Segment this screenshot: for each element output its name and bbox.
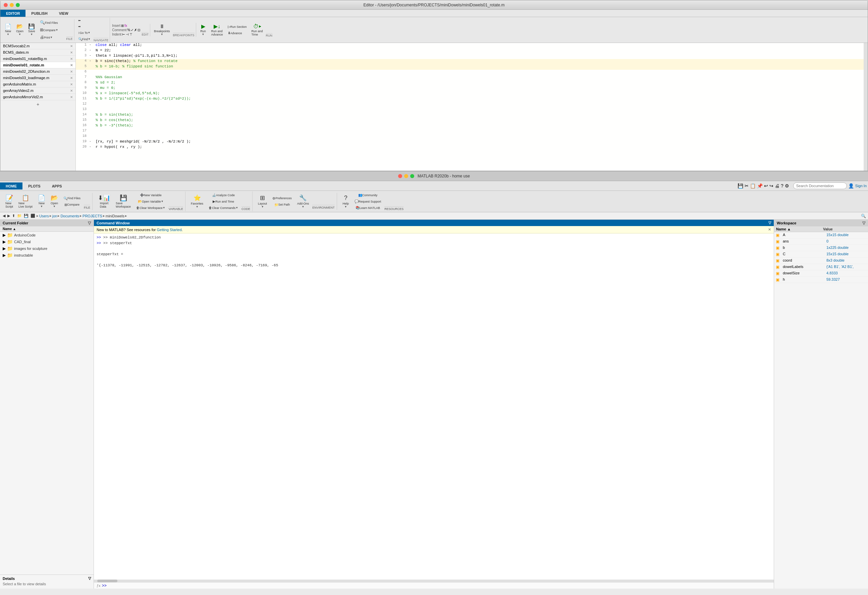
- file-tab-loadimage[interactable]: miniDowels03_loadImage.m ✕: [0, 75, 75, 81]
- matlab-tab-home[interactable]: HOME: [0, 182, 22, 189]
- file-tab-close-6[interactable]: ✕: [70, 83, 73, 86]
- open-variable-button[interactable]: 📂 Open Variable ▼: [134, 199, 167, 204]
- file-tab-rotate[interactable]: miniDowels01_rotate.m ✕: [0, 62, 75, 68]
- folder-nav-button[interactable]: 📁: [16, 214, 22, 218]
- command-window-scrollbar[interactable]: [94, 580, 774, 582]
- new-variable-button[interactable]: ➕ New Variable: [134, 192, 167, 198]
- run-advance-button[interactable]: ▶↓ Run andAdvance: [210, 23, 225, 37]
- file-tab-close-5[interactable]: ✕: [70, 76, 73, 80]
- ws-var-dowelLabels[interactable]: ▣ dowelLabels {'A1 B1', 'A2 B1',: [774, 264, 868, 270]
- file-tab-2d[interactable]: miniDowels02_2Dfunction.m ✕: [0, 68, 75, 75]
- file-tab-rotate-big[interactable]: miniDowels01_rotateBig.m ✕: [0, 56, 75, 62]
- breakpoints-button[interactable]: ⏸ Breakpoints ▼: [152, 23, 172, 37]
- tab-publish[interactable]: PUBLISH: [25, 10, 53, 17]
- learn-matlab-button[interactable]: 📚 Learn MATLAB: [353, 205, 383, 211]
- breadcrumb-search-icon[interactable]: 🔍: [861, 214, 866, 219]
- file-tab-genvideo[interactable]: genArrayVideo2.m ✕: [0, 87, 75, 94]
- clear-workspace-button[interactable]: 🗑 Clear Workspace ▼: [134, 205, 167, 211]
- matlab-tab-apps[interactable]: APPS: [46, 182, 68, 189]
- editor-scrollbar[interactable]: [864, 43, 868, 171]
- analyze-code-button[interactable]: 🔬 Analyze Code: [207, 192, 240, 198]
- save-nav-button[interactable]: 💾: [23, 214, 29, 218]
- community-button[interactable]: 👥 Community: [353, 192, 383, 198]
- quick-paste-icon[interactable]: 📌: [757, 183, 763, 189]
- tab-editor[interactable]: EDITOR: [0, 10, 25, 17]
- save-workspace-button[interactable]: 💾 SaveWorkspace: [114, 192, 133, 211]
- breadcrumb-users[interactable]: Users: [39, 214, 49, 218]
- quick-redo-icon[interactable]: ↪: [769, 183, 774, 189]
- notice-close-button[interactable]: ✕: [768, 227, 771, 232]
- quick-undo-icon[interactable]: ↩: [764, 183, 768, 189]
- folder-item-cad[interactable]: ▶ 📁 CAD_final: [0, 238, 94, 245]
- file-tab-bcmsvocab[interactable]: BCMSvocab2.m ✕: [0, 43, 75, 49]
- file-tab-close-0[interactable]: ✕: [70, 44, 73, 48]
- file-tab-close-1[interactable]: ✕: [70, 51, 73, 54]
- matlab-tab-plots[interactable]: PLOTS: [22, 182, 46, 189]
- quick-cut-icon[interactable]: ✂: [745, 183, 748, 189]
- up-nav-button[interactable]: ⬆: [12, 214, 16, 218]
- tab-view[interactable]: VIEW: [53, 10, 74, 17]
- matlab-new-button[interactable]: 📄 New ▼: [36, 193, 47, 209]
- add-ons-button[interactable]: 🔧 Add-Ons ▼: [295, 193, 311, 209]
- breadcrumb-jon[interactable]: jon: [52, 214, 58, 218]
- maximize-button[interactable]: [16, 3, 20, 7]
- matlab-find-files-button[interactable]: 🔍 Find Files: [61, 196, 83, 201]
- clear-commands-button[interactable]: 🗑 Clear Commands ▼: [207, 205, 240, 211]
- save-button[interactable]: 💾 Save ▼: [27, 23, 37, 37]
- add-file-button[interactable]: +: [0, 100, 75, 108]
- file-tab-close-7[interactable]: ✕: [70, 89, 73, 93]
- run-section-button[interactable]: ▷ Run Section: [226, 24, 248, 30]
- file-tab-bcmsdates[interactable]: BCMS_dates.m ✕: [0, 49, 75, 56]
- ws-var-A[interactable]: ▣ A 15x15 double: [774, 232, 868, 238]
- run-time-button-home[interactable]: ▶ Run and Time: [207, 199, 240, 204]
- sign-in-button[interactable]: Sign In: [855, 184, 867, 188]
- current-folder-expand-icon[interactable]: ▽: [88, 221, 91, 225]
- command-input[interactable]: [107, 583, 771, 588]
- find-files-button[interactable]: 🔍 Find Files: [38, 19, 65, 26]
- print-button[interactable]: 🖨 Print ▼: [38, 34, 65, 41]
- code-editor[interactable]: 1 - close all; clear all; 2 - N = 22; 3 …: [76, 43, 864, 171]
- details-expand-icon[interactable]: ▽: [88, 576, 91, 580]
- command-window-expand-icon[interactable]: ▽: [768, 221, 771, 225]
- file-tab-genmirror[interactable]: genArduinoMirrorVid2.m ✕: [0, 94, 75, 100]
- command-window-body[interactable]: >> >> miniDowels02_2Dfunction >> >> step…: [94, 233, 774, 580]
- quick-copy-icon[interactable]: 📋: [750, 183, 756, 189]
- forward-button[interactable]: ➡: [77, 24, 92, 29]
- find-button[interactable]: 🔍 Find ▼: [77, 36, 92, 42]
- folder-item-instructable[interactable]: ▶ 📁 instructable: [0, 252, 94, 258]
- file-tab-close-4[interactable]: ✕: [70, 70, 73, 74]
- new-button[interactable]: 📄 New ▼: [3, 23, 13, 37]
- getting-started-link[interactable]: Getting Started: [157, 228, 182, 232]
- favorites-button[interactable]: ⭐ Favorites ▼: [189, 192, 205, 211]
- file-tab-genmatrix[interactable]: genArduinoMatrix.m ✕: [0, 81, 75, 87]
- ws-var-coord[interactable]: ▣ coord 8x3 double: [774, 258, 868, 264]
- quick-save-icon[interactable]: 💾: [738, 183, 743, 189]
- back-nav-button[interactable]: ◀: [2, 214, 6, 218]
- request-support-button[interactable]: 💬 Request Support: [353, 199, 383, 204]
- run-time-button[interactable]: ⏱▶ Run andTime: [250, 23, 265, 37]
- new-live-script-button[interactable]: 📋 NewLive Script: [16, 193, 34, 210]
- file-tab-close-8[interactable]: ✕: [70, 95, 73, 99]
- open-button[interactable]: 📂 Open ▼: [15, 23, 25, 37]
- ws-var-b[interactable]: ▣ b 1x225 double: [774, 245, 868, 251]
- minimize-button[interactable]: [10, 3, 14, 7]
- matlab-compare-button[interactable]: ⊞ Compare: [61, 202, 83, 208]
- browse-nav-button[interactable]: ⬛: [30, 214, 36, 218]
- run-button[interactable]: ▶ Run ▼: [198, 23, 208, 37]
- matlab-minimize-button[interactable]: [404, 174, 408, 178]
- quick-print-icon[interactable]: 🖨: [775, 183, 779, 189]
- ws-var-ans[interactable]: ▣ ans 0: [774, 238, 868, 245]
- breadcrumb-projects[interactable]: PROJECTS: [83, 214, 102, 218]
- file-tab-close-2[interactable]: ✕: [70, 57, 73, 61]
- matlab-open-button[interactable]: 📂 Open ▼: [49, 193, 60, 209]
- close-button[interactable]: [4, 3, 8, 7]
- back-button[interactable]: ⬅: [77, 18, 92, 23]
- forward-nav-button[interactable]: ▶: [7, 214, 11, 218]
- compare-button[interactable]: ⊞ Compare ▼: [38, 27, 65, 33]
- ws-var-h[interactable]: ▣ h 59.3327: [774, 277, 868, 283]
- quick-help-icon[interactable]: ?: [781, 183, 784, 189]
- goto-button[interactable]: ↕ Go To ▼: [77, 30, 92, 35]
- breadcrumb-documents[interactable]: Documents: [61, 214, 79, 218]
- ws-var-C[interactable]: ▣ C 15x15 double: [774, 251, 868, 258]
- set-path-button[interactable]: 📁 Set Path: [270, 202, 294, 208]
